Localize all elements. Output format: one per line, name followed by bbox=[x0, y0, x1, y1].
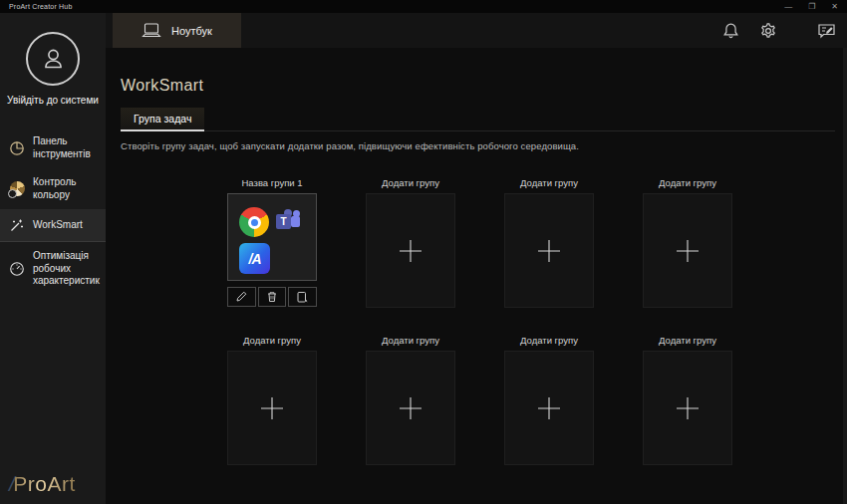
main-area: Ноутбук bbox=[106, 13, 847, 504]
add-group-label: Додати групу bbox=[504, 177, 594, 188]
page-description: Створіть групу задач, щоб запускати дода… bbox=[121, 140, 847, 151]
add-group-cell: Додати групу bbox=[366, 177, 455, 308]
myasus-icon: /A bbox=[239, 243, 270, 274]
laptop-icon bbox=[141, 22, 161, 39]
sidebar-item-label: Панель інструментів bbox=[33, 135, 102, 160]
close-icon[interactable]: ✕ bbox=[831, 3, 838, 11]
plus-icon bbox=[536, 395, 562, 421]
plus-icon bbox=[398, 238, 424, 264]
sidebar: Увійдіть до системи Панель інструментів bbox=[0, 13, 106, 504]
edit-icon bbox=[235, 291, 247, 303]
add-group-cell: Додати групу bbox=[504, 335, 594, 465]
task-group-cell: Назва групи 1 T /A bbox=[227, 177, 317, 308]
add-group-label: Додати групу bbox=[366, 177, 455, 188]
sidebar-item-label: Контроль кольору bbox=[33, 176, 102, 201]
device-tab-label: Ноутбук bbox=[171, 25, 212, 37]
page-title: WorkSmart bbox=[121, 48, 847, 95]
edit-group-button[interactable] bbox=[227, 287, 256, 307]
plus-icon bbox=[675, 238, 701, 264]
proart-creator-hub-window: ProArt Creator Hub — ❐ ✕ Увійдіть до сис… bbox=[0, 0, 847, 504]
add-group-cell: Додати групу bbox=[643, 335, 732, 465]
add-group-label: Додати групу bbox=[643, 177, 732, 188]
color-wheel-icon bbox=[8, 181, 26, 196]
plus-icon bbox=[398, 395, 424, 421]
add-group-card[interactable] bbox=[366, 193, 455, 308]
add-group-label: Додати групу bbox=[227, 335, 317, 346]
group-name: Назва групи 1 bbox=[227, 177, 317, 188]
gear-icon[interactable] bbox=[759, 22, 777, 40]
wand-icon bbox=[8, 217, 26, 233]
topbar: Ноутбук bbox=[106, 13, 847, 48]
sidebar-item-worksmart[interactable]: WorkSmart bbox=[0, 209, 106, 241]
device-tab-laptop[interactable]: Ноутбук bbox=[113, 13, 241, 48]
add-group-card[interactable] bbox=[366, 351, 455, 465]
sidebar-item-performance-optimization[interactable]: Оптимізація робочих характеристик bbox=[0, 242, 106, 296]
scrollbar[interactable] bbox=[843, 48, 847, 504]
add-group-label: Додати групу bbox=[504, 335, 594, 346]
sidebar-item-dashboard[interactable]: Панель інструментів bbox=[0, 127, 106, 168]
add-group-cell: Додати групу bbox=[227, 335, 317, 465]
maximize-icon[interactable]: ❐ bbox=[808, 3, 815, 11]
plus-icon bbox=[675, 395, 701, 421]
avatar[interactable] bbox=[26, 32, 80, 86]
add-group-label: Додати групу bbox=[366, 335, 455, 346]
topbar-icons bbox=[722, 13, 836, 48]
sidebar-item-color-control[interactable]: Контроль кольору bbox=[0, 168, 106, 209]
delete-group-button[interactable] bbox=[258, 287, 287, 307]
add-group-cell: Додати групу bbox=[366, 335, 455, 465]
add-group-card[interactable] bbox=[227, 351, 317, 465]
launch-group-button[interactable] bbox=[288, 287, 317, 307]
tab-task-group[interactable]: Група задач bbox=[121, 108, 204, 131]
group-actions bbox=[227, 287, 317, 307]
minimize-icon[interactable]: — bbox=[784, 3, 792, 11]
add-group-label: Додати групу bbox=[643, 335, 732, 346]
feedback-icon[interactable] bbox=[817, 22, 836, 40]
add-group-card[interactable] bbox=[504, 351, 594, 465]
task-group-card[interactable]: T /A bbox=[227, 193, 317, 281]
chrome-icon bbox=[239, 207, 269, 237]
sidebar-item-label: Оптимізація робочих характеристик bbox=[33, 250, 102, 288]
add-group-card[interactable] bbox=[504, 193, 594, 308]
tabstrip: Група задач bbox=[121, 108, 835, 131]
group-grid: Назва групи 1 T /A bbox=[227, 177, 847, 465]
add-group-cell: Додати групу bbox=[504, 177, 594, 308]
add-group-cell: Додати групу bbox=[643, 177, 732, 308]
bell-icon[interactable] bbox=[722, 22, 739, 40]
window-controls: — ❐ ✕ bbox=[784, 3, 838, 11]
titlebar: ProArt Creator Hub — ❐ ✕ bbox=[0, 0, 847, 13]
plus-icon bbox=[536, 238, 562, 264]
worksmart-page: WorkSmart Група задач Створіть групу зад… bbox=[106, 48, 847, 465]
proart-logo: /ProArt bbox=[9, 472, 76, 496]
person-icon bbox=[40, 46, 67, 73]
launch-icon bbox=[296, 291, 309, 304]
sidebar-item-label: WorkSmart bbox=[33, 219, 83, 232]
plus-icon bbox=[259, 395, 285, 421]
sidebar-nav: Панель інструментів Контроль кольору bbox=[0, 127, 106, 296]
dashboard-icon bbox=[8, 140, 26, 156]
add-group-card[interactable] bbox=[643, 193, 732, 308]
sign-in-label[interactable]: Увійдіть до системи bbox=[7, 95, 99, 107]
window-title: ProArt Creator Hub bbox=[9, 3, 73, 10]
teams-icon: T bbox=[276, 211, 301, 233]
delete-icon bbox=[266, 291, 278, 303]
gauge-icon bbox=[8, 261, 26, 277]
add-group-card[interactable] bbox=[643, 351, 732, 465]
